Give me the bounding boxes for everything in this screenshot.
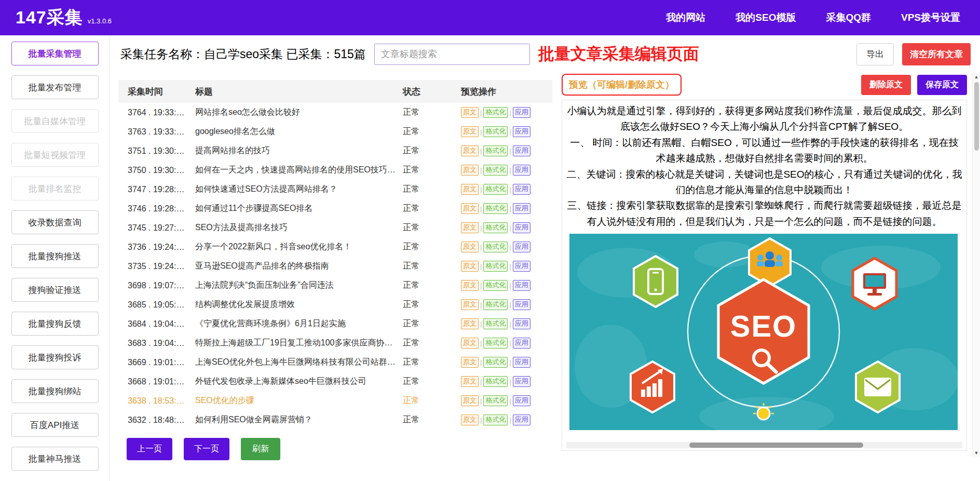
- next-page-button[interactable]: 下一页: [184, 438, 229, 460]
- row-status-badge: 正常: [403, 222, 461, 233]
- article-title-search-input[interactable]: [374, 44, 530, 65]
- clear-all-articles-button[interactable]: 清空所有文章: [902, 43, 971, 65]
- format-link[interactable]: 格式化: [483, 126, 508, 137]
- horizontal-scrollbar[interactable]: [566, 442, 962, 448]
- table-row[interactable]: 3632 . 18:48:…如何利用SEO做全网霸屏营销？正常原文|格式化|应用: [118, 410, 552, 430]
- format-link[interactable]: 格式化: [483, 261, 508, 271]
- format-link[interactable]: 格式化: [483, 299, 508, 310]
- table-row[interactable]: 3750 . 19:30:…如何在一天之内，快速提高网站排名的使用SEO技巧…正…: [118, 161, 552, 180]
- table-row[interactable]: 3764 . 19:33:…网站排名seo怎么做会比较好正常原文|格式化|应用: [118, 103, 552, 122]
- vertical-scrollbar-thumb[interactable]: [974, 82, 979, 151]
- format-link[interactable]: 格式化: [483, 338, 508, 348]
- apply-link[interactable]: 应用: [513, 357, 530, 367]
- apply-link[interactable]: 应用: [513, 299, 530, 310]
- sidebar-item[interactable]: 百度API推送: [11, 413, 99, 437]
- delete-original-button[interactable]: 删除原文: [861, 75, 911, 95]
- apply-link[interactable]: 应用: [513, 145, 530, 156]
- table-row[interactable]: 3736 . 19:24:…分享一个2022新风口，抖音seo优化排名！正常原文…: [118, 237, 552, 257]
- sidebar-item[interactable]: 批量搜狗反馈: [11, 312, 99, 336]
- apply-link[interactable]: 应用: [513, 184, 530, 194]
- original-link[interactable]: 原文: [461, 299, 479, 310]
- format-link[interactable]: 格式化: [483, 222, 508, 233]
- original-link[interactable]: 原文: [461, 242, 479, 252]
- original-link[interactable]: 原文: [461, 107, 479, 117]
- nav-item[interactable]: VPS拨号设置: [901, 11, 960, 24]
- scroll-up-icon[interactable]: ▲: [974, 73, 979, 81]
- format-link[interactable]: 格式化: [483, 357, 508, 367]
- sidebar-item[interactable]: 批量神马推送: [11, 447, 99, 471]
- table-row[interactable]: 3735 . 19:24:…亚马逊SEO提高产品排名的终极指南正常原文|格式化|…: [118, 257, 552, 276]
- table-row[interactable]: 3747 . 19:28:…如何快速通过SEO方法提高网站排名？正常原文|格式化…: [118, 180, 552, 199]
- original-link[interactable]: 原文: [461, 415, 479, 425]
- apply-link[interactable]: 应用: [513, 165, 530, 175]
- format-link[interactable]: 格式化: [483, 145, 508, 156]
- original-link[interactable]: 原文: [461, 145, 479, 156]
- original-link[interactable]: 原文: [461, 222, 479, 233]
- format-link[interactable]: 格式化: [483, 165, 508, 175]
- format-link[interactable]: 格式化: [483, 318, 508, 329]
- sidebar-item[interactable]: 批量搜狗投诉: [11, 345, 99, 369]
- format-link[interactable]: 格式化: [483, 415, 508, 425]
- table-row[interactable]: 3751 . 19:30:…提高网站排名的技巧正常原文|格式化|应用: [118, 141, 552, 161]
- original-link[interactable]: 原文: [461, 357, 479, 367]
- format-link[interactable]: 格式化: [483, 242, 508, 252]
- nav-item[interactable]: 我的SEO模版: [736, 11, 796, 24]
- apply-link[interactable]: 应用: [513, 126, 530, 137]
- original-link[interactable]: 原文: [461, 261, 479, 271]
- format-link[interactable]: 格式化: [483, 395, 508, 406]
- horizontal-scrollbar-thumb[interactable]: [689, 443, 864, 448]
- nav-item[interactable]: 采集QQ群: [826, 11, 871, 24]
- table-row[interactable]: 3669 . 19:01:…上海SEO优化外包上海牛巨微网络科技有限公司站群…正…: [118, 353, 552, 372]
- save-original-button[interactable]: 保存原文: [917, 75, 967, 95]
- scroll-down-icon[interactable]: ▼: [974, 449, 979, 457]
- original-link[interactable]: 原文: [461, 395, 479, 406]
- sidebar-item[interactable]: 批量搜狗推送: [11, 244, 99, 268]
- original-link[interactable]: 原文: [461, 318, 479, 329]
- vertical-scrollbar[interactable]: ▲ ▼: [972, 73, 980, 457]
- apply-link[interactable]: 应用: [513, 318, 530, 329]
- table-row[interactable]: 3638 . 18:53:…SEO优化的步骤正常原文|格式化|应用: [118, 391, 552, 410]
- table-row[interactable]: 3685 . 19:05:…结构调整优化发展提质增效正常原文|格式化|应用: [118, 295, 552, 314]
- apply-link[interactable]: 应用: [513, 222, 530, 233]
- refresh-button[interactable]: 刷新: [241, 438, 280, 460]
- original-link[interactable]: 原文: [461, 280, 479, 290]
- format-link[interactable]: 格式化: [483, 280, 508, 290]
- original-link[interactable]: 原文: [461, 165, 479, 175]
- sidebar-item[interactable]: 搜狗验证推送: [11, 278, 99, 302]
- apply-link[interactable]: 应用: [513, 376, 530, 386]
- apply-link[interactable]: 应用: [513, 242, 530, 252]
- table-row[interactable]: 3683 . 19:04:…特斯拉上海超级工厂19日复工推动100多家供应商协……: [118, 333, 552, 353]
- sidebar-item[interactable]: 收录数据查询: [11, 210, 99, 234]
- format-link[interactable]: 格式化: [483, 203, 508, 213]
- apply-link[interactable]: 应用: [513, 203, 530, 213]
- prev-page-button[interactable]: 上一页: [127, 438, 172, 460]
- original-link[interactable]: 原文: [461, 376, 479, 386]
- table-row[interactable]: 3668 . 19:01:…外链代发包收录上海新媒体seo牛巨微科技公司正常原文…: [118, 372, 552, 391]
- app-version: v1.3.0.6: [88, 17, 112, 25]
- apply-link[interactable]: 应用: [513, 280, 530, 290]
- preview-text[interactable]: 小编认为就是通过引擎，得到好的，获得更多网站度我们称作流量，最后促成成交。那么到…: [566, 103, 962, 230]
- nav-item[interactable]: 我的网站: [666, 11, 705, 24]
- table-row[interactable]: 3745 . 19:27:…SEO方法及提高排名技巧正常原文|格式化|应用: [118, 218, 552, 237]
- original-link[interactable]: 原文: [461, 338, 479, 348]
- sidebar-item[interactable]: 批量搜狗绑站: [11, 379, 99, 403]
- table-row[interactable]: 3698 . 19:07:…上海法院判决“负面压制业务”合同违法正常原文|格式化…: [118, 276, 552, 295]
- table-row[interactable]: 3746 . 19:28:…如何通过11个步骤提高SEO排名正常原文|格式化|应…: [118, 199, 552, 218]
- apply-link[interactable]: 应用: [513, 415, 530, 425]
- original-link[interactable]: 原文: [461, 126, 479, 137]
- sidebar-item[interactable]: 批量采集管理: [11, 42, 99, 65]
- table-row[interactable]: 3684 . 19:04:…《宁夏优化营商环境条例》6月1日起实施正常原文|格式…: [118, 314, 552, 333]
- apply-link[interactable]: 应用: [513, 107, 530, 117]
- apply-link[interactable]: 应用: [513, 395, 530, 406]
- format-link[interactable]: 格式化: [483, 376, 508, 386]
- sidebar-item[interactable]: 批量发布管理: [11, 75, 99, 99]
- original-link[interactable]: 原文: [461, 184, 479, 194]
- apply-link[interactable]: 应用: [513, 261, 530, 271]
- apply-link[interactable]: 应用: [513, 338, 530, 348]
- format-link[interactable]: 格式化: [483, 184, 508, 194]
- original-link[interactable]: 原文: [461, 203, 479, 213]
- preview-body[interactable]: 小编认为就是通过引擎，得到好的，获得更多网站度我们称作流量，最后促成成交。那么到…: [562, 100, 967, 451]
- table-row[interactable]: 3763 . 19:33:…googleseo排名怎么做正常原文|格式化|应用: [118, 122, 552, 141]
- format-link[interactable]: 格式化: [483, 107, 508, 117]
- export-button[interactable]: 导出: [856, 43, 894, 65]
